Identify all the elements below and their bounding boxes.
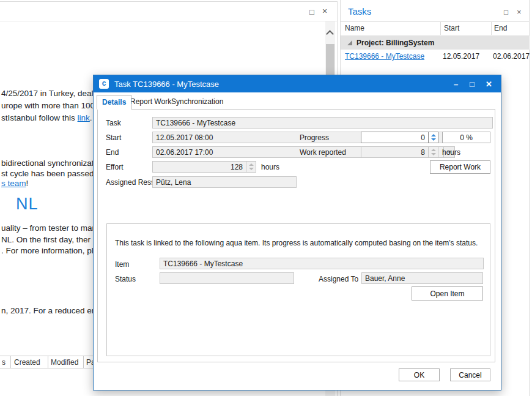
- spinner-arrows-icon[interactable]: [428, 132, 438, 143]
- doc-link[interactable]: link: [78, 113, 90, 122]
- grid-column-header-modified[interactable]: Modified: [51, 358, 78, 367]
- window-top-border: [0, 1, 338, 2]
- grid-column-header-created[interactable]: Created: [14, 358, 40, 367]
- grid-column-header[interactable]: s: [2, 358, 6, 367]
- open-item-button[interactable]: Open Item: [412, 286, 483, 301]
- group-expander-icon[interactable]: [347, 40, 352, 45]
- grid-column-separator: [83, 356, 84, 368]
- end-label: End: [106, 148, 119, 157]
- column-header-end[interactable]: End: [494, 24, 507, 32]
- linked-item-groupbox: This task is linked to the following aqu…: [106, 223, 490, 356]
- doc-text-line: . For more information, pl: [1, 246, 94, 255]
- work-reported-spinner: 8: [361, 146, 438, 158]
- task-label: Task: [106, 119, 121, 127]
- maximize-icon[interactable]: □: [504, 8, 508, 17]
- cancel-button[interactable]: Cancel: [450, 368, 490, 381]
- linked-item-info-text: This task is linked to the following aqu…: [115, 239, 478, 247]
- tab-details[interactable]: Details: [97, 95, 131, 110]
- doc-heading-nl: NL: [16, 195, 39, 214]
- close-icon[interactable]: ×: [322, 7, 327, 15]
- effort-unit: hours: [261, 163, 279, 171]
- assigned-resource-field: Pütz, Lena: [152, 176, 297, 188]
- status-field: [160, 272, 294, 284]
- start-label: Start: [106, 133, 121, 142]
- effort-label: Effort: [106, 163, 123, 171]
- task-field: TC139666 - MyTestcase: [152, 117, 493, 129]
- app-icon: c: [99, 79, 109, 89]
- column-header-name[interactable]: Name: [345, 24, 364, 32]
- group-row-project[interactable]: Project: BillingSystem: [341, 36, 530, 50]
- tasks-panel-title: Tasks: [348, 6, 371, 17]
- minimize-icon[interactable]: –: [454, 80, 458, 89]
- task-start-cell: 12.05.2017: [443, 52, 479, 61]
- work-reported-label: Work reported: [300, 148, 346, 157]
- scroll-up-icon[interactable]: [326, 30, 334, 38]
- dialog-title: Task TC139666 - MyTestcase: [114, 80, 219, 89]
- doc-text-line: NL. On the first day, ther: [1, 235, 91, 244]
- item-label: Item: [115, 260, 129, 269]
- titlebar-separator: [0, 21, 337, 21]
- header-bottom-border: [341, 35, 530, 35]
- status-label: Status: [115, 275, 136, 283]
- assigned-to-field: Bauer, Anne: [361, 272, 483, 284]
- tab-synchronization[interactable]: Synchronization: [166, 95, 228, 108]
- task-link[interactable]: TC139666 - MyTestcase: [345, 52, 424, 61]
- doc-text-line: n, 2017. For a reduced er: [1, 306, 94, 315]
- grid-header-top-border: [0, 356, 93, 356]
- item-field: TC139666 - MyTestcase: [160, 258, 484, 269]
- effort-spinner: 128: [152, 161, 256, 173]
- doc-text-line: st cycle has been passed: [1, 169, 94, 178]
- task-end-cell: 02.06.2017: [493, 52, 530, 61]
- ok-button[interactable]: OK: [399, 368, 440, 381]
- column-header-start[interactable]: Start: [444, 24, 459, 32]
- work-reported-unit: hours: [442, 148, 460, 157]
- group-label: Project: BillingSystem: [357, 39, 434, 47]
- progress-percent-display: 0 %: [442, 132, 490, 143]
- maximize-icon[interactable]: □: [470, 80, 475, 89]
- grid-column-separator: [48, 356, 48, 368]
- task-dialog: c Task TC139666 - MyTestcase – □ ✕ Detai…: [93, 75, 501, 390]
- assigned-to-label: Assigned To: [319, 275, 358, 283]
- progress-spinner[interactable]: 0: [361, 132, 438, 143]
- dialog-titlebar[interactable]: c Task TC139666 - MyTestcase – □ ✕: [94, 75, 501, 92]
- spinner-arrows-icon: [246, 162, 256, 172]
- doc-link[interactable]: s team: [1, 179, 26, 188]
- doc-text-line: urope with more than 100: [1, 101, 95, 110]
- close-icon[interactable]: ×: [517, 7, 522, 17]
- grid-column-separator: [10, 356, 11, 368]
- maximize-icon[interactable]: □: [309, 8, 314, 16]
- column-separator: [491, 22, 492, 35]
- report-work-button[interactable]: Report Work: [430, 160, 490, 174]
- details-tab-page: Task TC139666 - MyTestcase Start 12.05.2…: [97, 109, 495, 362]
- doc-text-line: 4/25/2017 in Turkey, deal: [1, 89, 94, 98]
- column-separator: [440, 22, 441, 35]
- grid-header-bottom-border: [0, 368, 93, 368]
- close-icon[interactable]: ✕: [486, 80, 492, 89]
- doc-text-line: uality – from tester to mar: [1, 223, 95, 233]
- progress-label: Progress: [300, 133, 329, 142]
- doc-text-line: bidirectional synchronizat: [1, 159, 94, 168]
- header-top-border: [341, 21, 530, 22]
- spinner-arrows-icon: [428, 147, 438, 157]
- doc-text-line: stIstanbul follow this link.: [1, 113, 92, 122]
- doc-text-line: s team!: [1, 179, 28, 188]
